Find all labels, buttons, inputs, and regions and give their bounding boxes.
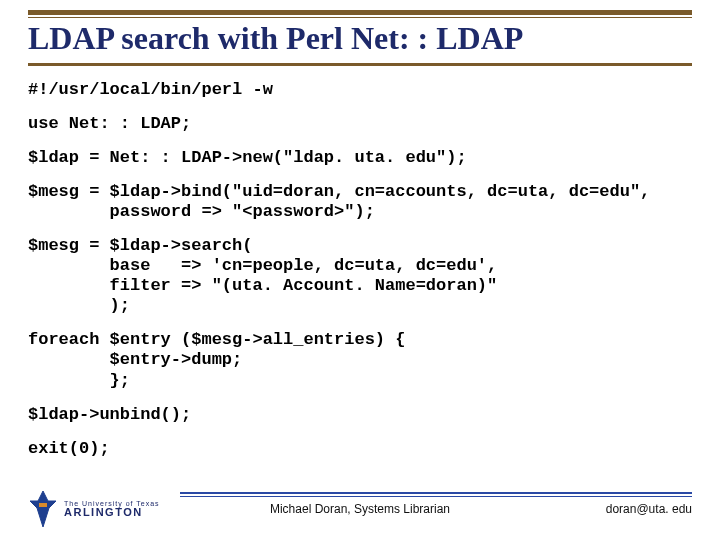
code-line: foreach $entry ($mesg->all_entries) { <box>28 330 692 350</box>
code-line: base => 'cn=people, dc=uta, dc=edu', <box>28 256 692 276</box>
code-block-foreach: foreach $entry ($mesg->all_entries) { $e… <box>28 330 692 390</box>
code-line-use: use Net: : LDAP; <box>28 114 692 134</box>
code-line-new: $ldap = Net: : LDAP->new("ldap. uta. edu… <box>28 148 692 168</box>
code-line: filter => "(uta. Account. Name=doran)" <box>28 276 692 296</box>
code-line-exit: exit(0); <box>28 439 692 459</box>
slide-title: LDAP search with Perl Net: : LDAP <box>28 20 692 57</box>
slide: LDAP search with Perl Net: : LDAP #!/usr… <box>0 0 720 540</box>
footer: The University of Texas ARLINGTON Michae… <box>0 484 720 534</box>
code-line: }; <box>28 371 692 391</box>
code-block-search: $mesg = $ldap->search( base => 'cn=peopl… <box>28 236 692 316</box>
footer-rule <box>180 492 692 497</box>
code-line-shebang: #!/usr/local/bin/perl -w <box>28 80 692 100</box>
code-line-unbind: $ldap->unbind(); <box>28 405 692 425</box>
code-line: $mesg = $ldap->bind("uid=doran, cn=accou… <box>28 182 692 202</box>
title-rule: LDAP search with Perl Net: : LDAP <box>28 10 692 66</box>
code-line: ); <box>28 296 692 316</box>
code-line: $mesg = $ldap->search( <box>28 236 692 256</box>
code-block-bind: $mesg = $ldap->bind("uid=doran, cn=accou… <box>28 182 692 222</box>
code-line: $entry->dump; <box>28 350 692 370</box>
code-line: password => "<password>"); <box>28 202 692 222</box>
footer-email: doran@uta. edu <box>606 502 692 516</box>
